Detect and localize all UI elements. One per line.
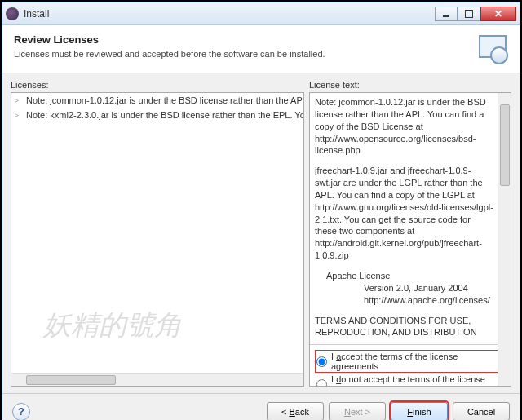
license-paragraph: jfreechart-1.0.9.jar and jfreechart-1.0.… <box>315 165 494 262</box>
accept-license-radio[interactable]: I accept the terms of the license agreem… <box>315 350 506 373</box>
finish-button[interactable]: Finish <box>391 402 448 420</box>
licenses-list[interactable]: Note: jcommon-1.0.12.jar is under the BS… <box>11 92 304 387</box>
help-icon[interactable]: ? <box>12 403 30 421</box>
titlebar[interactable]: Install ✕ <box>2 2 520 25</box>
license-paragraph: Note: jcommon-1.0.12.jar is under the BS… <box>315 96 494 157</box>
footer: ? < Back Next > Finish Cancel <box>2 393 520 420</box>
minimize-button[interactable] <box>435 7 458 21</box>
license-agreement-radios: I accept the terms of the license agreem… <box>310 344 511 387</box>
install-window: Install ✕ Review Licenses Licenses must … <box>2 2 520 418</box>
license-paragraph: Version 2.0, January 2004 <box>315 282 494 294</box>
computer-icon <box>476 33 508 66</box>
license-paragraph: http://www.apache.org/licenses/ <box>315 294 494 307</box>
header: Review Licenses Licenses must be reviewe… <box>2 25 520 73</box>
license-paragraph: TERMS AND CONDITIONS FOR USE, REPRODUCTI… <box>315 315 494 339</box>
license-text-panel: Note: jcommon-1.0.12.jar is under the BS… <box>309 92 511 387</box>
close-button[interactable]: ✕ <box>480 7 516 21</box>
page-title: Review Licenses <box>14 33 476 46</box>
back-button[interactable]: < Back <box>267 402 324 420</box>
licenses-label: Licenses: <box>11 80 304 90</box>
cancel-button[interactable]: Cancel <box>453 402 510 420</box>
reject-license-radio[interactable]: I do not accept the terms of the license… <box>315 373 506 387</box>
next-button: Next > <box>329 402 386 420</box>
vertical-scrollbar[interactable] <box>498 93 511 386</box>
app-icon <box>6 7 19 20</box>
maximize-button[interactable] <box>458 7 480 21</box>
horizontal-scrollbar[interactable] <box>11 373 303 386</box>
license-item[interactable]: Note: kxml2-2.3.0.jar is under the BSD l… <box>11 108 303 122</box>
license-paragraph: Apache License <box>315 270 494 282</box>
page-subtitle: Licenses must be reviewed and accepted b… <box>14 49 476 59</box>
scroll-thumb[interactable] <box>26 375 116 385</box>
license-item[interactable]: Note: jcommon-1.0.12.jar is under the BS… <box>11 93 303 108</box>
scroll-thumb[interactable] <box>500 104 510 186</box>
license-text-content[interactable]: Note: jcommon-1.0.12.jar is under the BS… <box>310 93 511 344</box>
reject-radio-input[interactable] <box>316 379 327 387</box>
body: Licenses: Note: jcommon-1.0.12.jar is un… <box>2 73 520 393</box>
accept-radio-input[interactable] <box>316 356 327 367</box>
window-title: Install <box>24 8 435 20</box>
license-text-label: License text: <box>309 80 511 90</box>
